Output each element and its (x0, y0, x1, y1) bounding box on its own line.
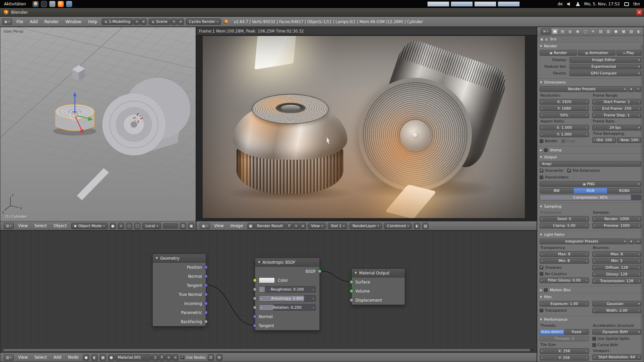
displacement-input-socket[interactable] (350, 298, 353, 302)
no-caustics-checkbox[interactable]: No Caustics (540, 271, 589, 276)
file-extensions-checkbox[interactable]: File Extensions (567, 168, 600, 173)
window-menu[interactable]: Window (63, 19, 84, 24)
view-menu[interactable]: View (212, 223, 226, 228)
paint-mode-icon[interactable]: ▨ (422, 223, 429, 229)
transparent-checkbox[interactable]: Transparent (540, 308, 589, 313)
remove-preset-button[interactable]: − (635, 86, 641, 92)
bounces-max-field[interactable]: Max: 8 (592, 251, 642, 257)
manipulator-translate-icon[interactable]: + (118, 223, 124, 229)
select-menu[interactable]: Select (32, 223, 49, 228)
anisotropic-bsdf-node[interactable]: ▼Anisotropic BSDF BSDF Color Roughness: … (255, 258, 320, 330)
snap-magnet-icon[interactable]: Ω (180, 223, 186, 229)
viewport-shading-button[interactable]: ● (110, 223, 116, 229)
motion-blur-panel-header[interactable]: ▶Motion Blur (537, 287, 644, 293)
keyboard-layout-indicator[interactable]: de (558, 2, 563, 6)
output-path-field[interactable]: /tmp/ (540, 161, 641, 167)
texture-nodes-icon[interactable]: ▦ (100, 354, 106, 361)
sampling-panel-header[interactable]: ▼Sampling (537, 203, 644, 210)
tab-object-data-icon[interactable]: ▥ (605, 28, 612, 35)
viewport-3d[interactable]: zyx User Persp (1) Cylinder ⊞▾ View Sele… (0, 27, 196, 230)
position-output-socket[interactable] (204, 265, 208, 269)
light-paths-panel-header[interactable]: ▼Light Paths (537, 231, 644, 238)
color-input-socket[interactable] (253, 278, 257, 282)
screen-layout-selector[interactable]: ⊞1-Modelling (102, 18, 134, 25)
feature-set-dropdown[interactable]: Experimental (569, 64, 641, 69)
start-frame-field[interactable]: Start Frame: 1 (592, 99, 642, 105)
output-panel-header[interactable]: ▼Output (537, 154, 644, 160)
delete-layout-button[interactable]: × (140, 18, 147, 25)
material-output-node[interactable]: ▼Material Output Surface Volume Displace… (351, 268, 405, 305)
properties-scroll-area[interactable]: ▼Render ▣Render ▤Animation ▸Play Display… (537, 43, 644, 362)
anisotropic-node-header[interactable]: ▼Anisotropic BSDF (255, 258, 319, 267)
user-menu-icon[interactable] (576, 2, 580, 6)
cache-bvh-checkbox[interactable]: Cache BVH (592, 342, 642, 348)
overwrite-checkbox[interactable]: Overwrite (540, 168, 563, 173)
window-thumbnail[interactable] (498, 1, 520, 7)
draw-channels-icon[interactable]: ◐ (414, 223, 420, 229)
volume-icon[interactable] (567, 2, 572, 6)
add-layout-button[interactable]: + (134, 18, 140, 25)
vertical-scrollbar[interactable] (641, 44, 643, 360)
normal-input-socket[interactable] (253, 315, 257, 318)
editor-type-button[interactable]: ◉▾ (2, 18, 12, 25)
color-swatch[interactable] (259, 277, 275, 283)
resolution-percent-field[interactable]: 50% (540, 112, 589, 118)
tab-constraints-icon[interactable]: ≡ (590, 28, 597, 35)
tab-particles-icon[interactable]: ▧ (628, 28, 635, 35)
view-mode-dropdown[interactable]: View▾ (308, 223, 326, 229)
transparency-min-field[interactable]: Min: 8 (540, 258, 589, 264)
use-nodes-checkbox[interactable]: Use Nodes (181, 355, 206, 360)
transparency-max-field[interactable]: Max: 8 (540, 251, 589, 257)
surface-input-socket[interactable] (350, 280, 353, 284)
render-engine-selector[interactable]: Cycles Render▾ (186, 18, 221, 25)
mode-selector[interactable]: ●Object Mode▾ (71, 223, 108, 229)
threads-count-field[interactable]: Threads: 4 (540, 336, 589, 342)
terminal-app-icon[interactable] (41, 1, 47, 7)
diffuse-bounces-field[interactable]: Diffuse: 128 (592, 265, 642, 270)
shadows-checkbox[interactable]: Shadows (540, 265, 589, 270)
play-button[interactable]: ▸Play (616, 50, 641, 56)
viewport-canvas[interactable]: zyx (0, 27, 196, 221)
threads-fixed-button[interactable]: Fixed (564, 329, 589, 335)
snap-icon[interactable]: Ω (208, 354, 214, 361)
image-menu[interactable]: Image (228, 223, 245, 228)
volume-input-socket[interactable] (350, 289, 353, 293)
roughness-slider[interactable]: Roughness: 0.100 (259, 286, 316, 293)
tab-render-layers-icon[interactable]: ▤ (559, 28, 566, 35)
material-users-button[interactable]: 2 (152, 354, 158, 361)
tile-y-field[interactable]: Y: 256 (540, 355, 589, 361)
motion-blur-checkbox[interactable] (544, 288, 548, 292)
threads-auto-detect-button[interactable]: Auto-detect (540, 329, 564, 335)
glossy-bounces-field[interactable]: Glossy: 128 (592, 271, 642, 277)
aspect-x-field[interactable]: X: 1.000 (540, 125, 589, 131)
text-editor-app-icon[interactable] (49, 1, 55, 7)
image-datablock-field[interactable]: Render Result (254, 223, 286, 229)
scene-selector[interactable]: ◍Scene (149, 18, 170, 25)
performance-panel-header[interactable]: ▼Performance (537, 316, 644, 323)
tab-physics-icon[interactable]: ◐ (635, 28, 642, 35)
tab-world-icon[interactable]: ◉ (574, 28, 581, 35)
render-pass-dropdown[interactable]: Combined▾ (384, 223, 412, 229)
tab-scene-icon[interactable]: ◍ (567, 28, 574, 35)
stamp-checkbox[interactable] (544, 148, 548, 152)
seed-field[interactable]: Seed: 0 (540, 216, 589, 222)
remap-old-field[interactable]: Old: 100 (592, 137, 616, 143)
clock[interactable]: Mo, 5. Nov, 17:52 (584, 2, 620, 6)
tab-render-icon[interactable]: ▣ (551, 28, 558, 35)
render-animation-button[interactable]: ▤Animation (578, 50, 615, 56)
border-checkbox[interactable]: Border (540, 139, 557, 144)
blender-app-icon[interactable] (33, 1, 39, 7)
resolution-x-field[interactable]: X: 1920 (540, 99, 589, 105)
close-button[interactable]: × (636, 9, 643, 16)
placeholders-checkbox[interactable]: Placeholders (540, 175, 568, 180)
grid-icon[interactable]: ⊞ (216, 354, 222, 361)
start-resolution-field[interactable]: Start Resolution: 64 (592, 354, 642, 360)
exposure-field[interactable]: Exposure: 1.00 (540, 301, 589, 307)
acceleration-structure-dropdown[interactable]: Dynamic BVH (592, 329, 642, 335)
object-menu[interactable]: Object (51, 223, 69, 228)
add-preset-button[interactable]: + (628, 86, 634, 92)
window-thumbnail[interactable] (451, 1, 473, 7)
horizontal-scrollbar[interactable] (3, 349, 534, 351)
tab-material-icon[interactable]: ● (612, 28, 620, 35)
color-mode-bw-button[interactable]: BW (540, 188, 574, 194)
